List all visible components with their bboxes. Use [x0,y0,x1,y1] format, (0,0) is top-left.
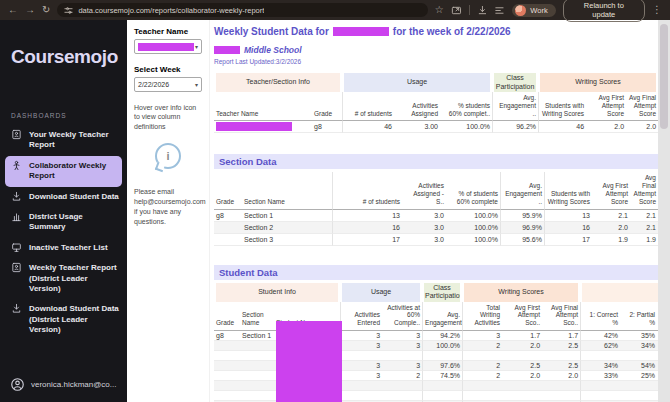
reload-icon[interactable]: ↻ [42,0,50,20]
sidebar-item-district-usage-summary[interactable]: District Usage Summary [0,207,127,238]
table-cell: 3 [382,331,422,341]
table-row: Section 3173.0100.0%95.6%171.91.9 [214,234,658,246]
sidebar-item-download-student-data[interactable]: Download Student Data [0,187,127,207]
column-header: Students with Writing Scores [544,172,592,209]
user-account[interactable]: veronica.hickman@co... [10,377,117,392]
report-title-prefix: Weekly Student Data for [214,26,329,37]
back-icon[interactable]: ← [8,0,18,20]
school-line: Middle School [214,39,658,57]
table-cell [422,381,462,391]
sidebar-item-label: Download Student Data (District Leader V… [29,304,119,335]
table-cell [214,391,240,401]
table-cell [240,361,274,371]
table-cell: 2.0 [502,341,542,351]
column-header: Total Writing Activities [462,302,502,331]
column-header: Students with Writing Scores [538,92,586,121]
table-cell: Section 3 [242,234,332,246]
table-cell: 2.1 [592,210,630,222]
table-cell [214,222,242,234]
user-circle-icon [10,377,25,392]
teacher-name-redaction [138,43,194,51]
column-header: Avg Final Attempt Score [630,172,658,209]
table-cell [502,391,542,401]
sidebar-nav: Your Weekly Teacher Report Collaborator … [0,125,127,340]
vertical-scrollbar[interactable] [658,20,670,402]
relaunch-button[interactable]: Relaunch to update [563,0,645,22]
table-cell [620,381,657,391]
column-header: % students 60% complet.. [440,92,492,121]
table-row: Section 2163.0100.0%96.9%162.02.1 [214,222,658,234]
sidebar-item-collaborator-weekly-report[interactable]: Collaborator Weekly Report [5,156,122,187]
table-cell [382,351,422,361]
table-cell: 62% [580,341,620,351]
column-header: Grade [214,172,242,209]
column-header: Avg Final Attempt Sco.. [542,302,580,331]
table-cell: Section 1 [240,331,274,341]
report-title: Weekly Student Data forfor the week of 2… [214,26,658,38]
column-header: 2: Partial % [620,302,657,331]
select-week-label: Select Week [134,65,202,74]
table-cell: 100.0% [446,210,500,222]
group-header-row: Teacher/Section InfoUsageClass Participa… [214,73,658,92]
table-cell: 25% [620,371,657,381]
table-cell: 2 [462,371,502,381]
menu-kebab-icon[interactable]: ⋮ [652,0,662,20]
scrollbar-thumb[interactable] [660,24,668,129]
download-icon [11,191,22,202]
column-header: # of students [332,172,402,209]
table-cell: 3.0 [402,234,446,246]
address-bar[interactable]: data.coursemojo.com/reports/collaborator… [57,3,427,17]
sidebar-item-weekly-teacher-report-district[interactable]: Weekly Teacher Report (District Leader V… [0,258,127,299]
column-header: Grade [312,92,342,121]
column-group-header: Student Info [214,283,340,302]
sidebar-item-inactive-teacher-list[interactable]: Inactive Teacher List [0,238,127,258]
table-cell [340,351,382,361]
sidebar-item-download-student-data-district[interactable]: Download Student Data (District Leader V… [0,299,127,340]
site-settings-icon[interactable] [64,6,73,15]
table-cell [580,351,620,361]
monitor-icon [11,242,22,253]
table-cell [462,351,502,361]
side-panel-icon[interactable] [494,5,505,16]
table-cell [542,391,580,401]
table-cell: 2.0 [592,222,630,234]
select-week-value: 2/22/2026 [138,81,169,88]
column-header: Grade [214,302,240,331]
table-cell: 1.7 [502,331,542,341]
table-cell: 16 [332,222,402,234]
table-cell: 100.0% [422,341,462,351]
profile-chip[interactable]: Work [512,4,555,17]
column-group-header: Class Participation [492,73,538,92]
table-cell: 95.9% [500,210,544,222]
table-cell: 3 [462,331,502,341]
table-cell [214,371,240,381]
redacted-teacher-name [333,27,389,36]
table-cell: 46 [342,121,394,133]
section-table: GradeSection Name# of studentsActivities… [214,172,658,245]
table-cell: 100.0% [446,222,500,234]
column-header: Teacher Name [214,92,312,121]
bookmark-star-icon[interactable]: ☆ [435,0,444,20]
tab-share-icon[interactable] [451,5,462,16]
profile-avatar [515,5,526,16]
teacher-name-select[interactable]: ▾ [134,39,202,54]
report-icon [11,262,22,273]
sidebar-item-label: Weekly Teacher Report (District Leader V… [29,263,119,294]
forward-icon[interactable]: → [25,0,35,20]
table-cell: 2.1 [630,210,658,222]
info-icon[interactable]: i [155,143,181,169]
download-icon[interactable] [477,5,488,16]
sidebar-item-your-weekly-teacher-report[interactable]: Your Weekly Teacher Report [0,125,127,156]
table-cell [214,121,312,133]
table-cell: 17 [544,234,592,246]
info-icon-glyph: i [166,150,169,162]
column-header: Activities Assigned [394,92,440,121]
table-cell: 3 [340,371,382,381]
select-week-select[interactable]: 2/22/2026 ▾ [134,77,202,92]
sidebar-item-label: Your Weekly Teacher Report [29,130,119,151]
column-header: Activities Assigned - S.. [402,172,446,209]
info-hint-text: Hover over info icon to view column defi… [134,103,202,131]
table-cell: Section 1 [242,210,332,222]
table-cell: 2.1 [630,222,658,234]
table-cell: 96.9% [500,222,544,234]
